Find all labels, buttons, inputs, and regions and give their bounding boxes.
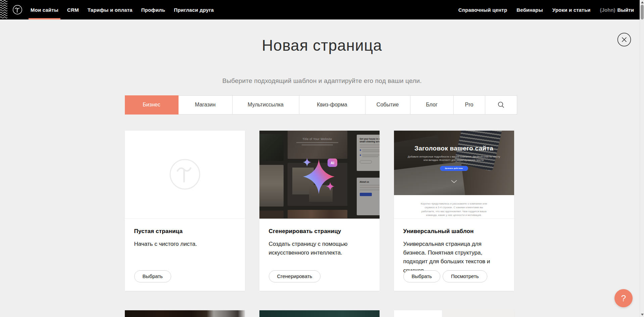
tab-shop[interactable]: Магазин — [178, 95, 233, 115]
nav-item-label: Вебинары — [516, 7, 543, 13]
card-generate-page: Title of Your Website Get your house in … — [259, 131, 380, 291]
nav-item-label: Мои сайты — [31, 7, 58, 13]
scrollbar-thumb[interactable] — [641, 5, 644, 19]
nav-item-webinars[interactable]: Вебинары — [516, 7, 543, 13]
tab-blog[interactable]: Блог — [410, 95, 454, 115]
nav-item-profile[interactable]: Профиль — [141, 0, 165, 19]
scroll-up-arrow[interactable] — [640, 0, 644, 5]
zigzag-pattern — [0, 0, 7, 19]
nav-item-label: Профиль — [141, 7, 165, 13]
template-card-partial-3[interactable] — [394, 310, 514, 317]
card-universal-template: Заголовок вашего сайта Добавьте интересн… — [394, 131, 514, 291]
user-chunk: (John) Выйти — [600, 7, 634, 13]
preview-hero-content: Заголовок вашего сайта Добавьте интересн… — [394, 131, 514, 195]
preview-hero-text: Добавьте интересные подробности о вашей … — [407, 155, 501, 162]
card-template-preview-image[interactable]: Заголовок вашего сайта Добавьте интересн… — [394, 131, 514, 219]
user-name: (John) — [600, 7, 615, 13]
card-title: Сгенерировать страницу — [269, 228, 370, 235]
page-title: Новая страница — [125, 37, 519, 54]
help-button[interactable]: ? — [614, 289, 633, 307]
nav-item-my-sites[interactable]: Мои сайты — [31, 0, 58, 19]
ai-badge: AI — [328, 158, 337, 167]
template-cards-row-2 — [125, 310, 519, 317]
tilda-logo[interactable] — [12, 5, 22, 15]
question-mark: ? — [621, 293, 626, 304]
nav-item-label: Справочный центр — [458, 7, 507, 13]
card-title: Универсальный шаблон — [403, 228, 505, 235]
logout-link[interactable]: Выйти — [617, 7, 634, 13]
nav-item-lessons[interactable]: Уроки и статьи — [552, 7, 591, 13]
template-category-tabs: Бизнес Магазин Мультиссылка Квиз-форма С… — [125, 95, 519, 115]
nav-item-label: Уроки и статьи — [552, 7, 591, 13]
card-blank-image[interactable] — [125, 131, 245, 219]
tab-business[interactable]: Бизнес — [125, 95, 179, 115]
card-buttons: Выбрать Посмотреть — [403, 270, 487, 282]
nav-item-label: CRM — [67, 7, 79, 13]
scroll-down-arrow[interactable] — [640, 312, 644, 317]
card-buttons: Выбрать — [134, 270, 171, 282]
svg-text:AI: AI — [331, 161, 334, 165]
tab-quiz-form[interactable]: Квиз-форма — [299, 95, 365, 115]
preview-hero-title: Заголовок вашего сайта — [394, 145, 514, 152]
card-buttons: Сгенерировать — [269, 270, 321, 282]
template-cards-row: Пустая страница Начать с чистого листа. … — [125, 131, 519, 291]
nav-item-label: Тарифы и оплата — [88, 7, 133, 13]
search-icon — [498, 101, 504, 108]
scrollbar[interactable] — [640, 0, 644, 317]
card-blank-page: Пустая страница Начать с чистого листа. … — [125, 131, 245, 291]
ai-sparkle-icon: AI — [259, 131, 380, 219]
card-description: Универсальная страница для бизнеса. Поня… — [403, 240, 505, 275]
primary-nav: Мои сайты CRM Тарифы и оплата Профиль Пр… — [31, 0, 222, 19]
close-icon — [617, 33, 631, 47]
template-card-partial-2[interactable] — [259, 310, 380, 317]
tab-multilink[interactable]: Мультиссылка — [232, 95, 299, 115]
card-ai-collage-image[interactable]: Title of Your Website Get your house in … — [259, 131, 380, 219]
nav-item-invite-friend[interactable]: Пригласи друга — [174, 0, 214, 19]
tab-pro[interactable]: Pro — [453, 95, 485, 115]
preview-cta-button: Целевое действие — [440, 166, 468, 171]
preview-body-text: Коротко представьтесь и расскажите о ком… — [420, 202, 488, 217]
nav-item-help-center[interactable]: Справочный центр — [458, 7, 507, 13]
nav-item-pricing[interactable]: Тарифы и оплата — [88, 0, 133, 19]
nav-item-label: Пригласи друга — [174, 7, 214, 13]
template-card-partial-1[interactable] — [125, 310, 245, 317]
card-info: Универсальный шаблон Универсальная стран… — [394, 219, 514, 290]
select-button[interactable]: Выбрать — [403, 270, 440, 282]
active-nav-underline — [29, 18, 60, 19]
nav-item-crm[interactable]: CRM — [67, 0, 79, 19]
preview-button[interactable]: Посмотреть — [443, 270, 487, 282]
card-info: Пустая страница Начать с чистого листа. … — [125, 219, 245, 290]
page-subtitle: Выберите подходящий шаблон и адаптируйте… — [125, 77, 519, 85]
chevron-down-icon — [394, 178, 514, 184]
preview-hero: Заголовок вашего сайта Добавьте интересн… — [394, 131, 514, 195]
preview-body: Коротко представьтесь и расскажите о ком… — [394, 195, 514, 219]
card-description: Начать с чистого листа. — [134, 240, 236, 248]
select-button[interactable]: Выбрать — [134, 270, 171, 282]
card-info: Сгенерировать страницу Создать страницу … — [259, 219, 380, 290]
main-content: Новая страница Выберите подходящий шабло… — [125, 0, 519, 317]
tilda-watermark-icon — [169, 158, 201, 190]
tab-search[interactable] — [485, 95, 517, 115]
card-description: Создать страницу с помощью искусственног… — [269, 240, 353, 258]
secondary-nav: Справочный центр Вебинары Уроки и статьи… — [449, 7, 634, 13]
tab-event[interactable]: Событие — [365, 95, 410, 115]
generate-button[interactable]: Сгенерировать — [269, 270, 321, 282]
card-title: Пустая страница — [134, 228, 236, 235]
top-navbar: Мои сайты CRM Тарифы и оплата Профиль Пр… — [0, 0, 644, 19]
close-button[interactable] — [617, 33, 631, 47]
